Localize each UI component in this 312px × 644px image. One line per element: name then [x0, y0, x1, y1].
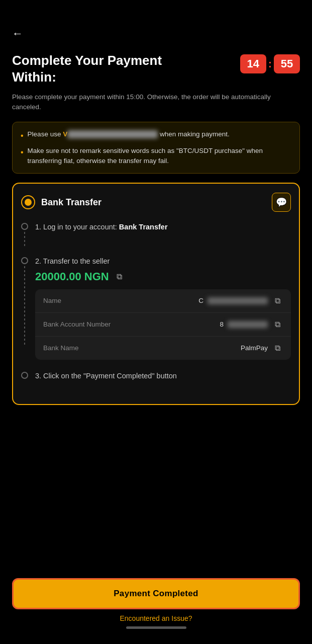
info-value-name-blurred	[207, 297, 268, 304]
info-label-name: Name	[43, 297, 61, 304]
step-1-text: 1. Log in to your account: Bank Transfer	[35, 222, 291, 233]
account-copy-icon[interactable]: ⧉	[272, 319, 283, 330]
step-2-text: 2. Transfer to the seller	[35, 256, 291, 267]
payment-completed-button[interactable]: Payment Completed	[12, 578, 300, 609]
chat-icon: 💬	[276, 197, 287, 208]
info-value-group-account: 8 ⧉	[220, 319, 283, 330]
steps-container: 1. Log in to your account: Bank Transfer…	[21, 222, 291, 384]
step-1: 1. Log in to your account: Bank Transfer	[21, 222, 291, 247]
home-indicator	[126, 626, 186, 629]
step-3-indicator	[21, 372, 28, 379]
timer-seconds: 55	[274, 54, 300, 73]
step-2-indicator	[21, 257, 28, 347]
info-label-bank: Bank Name	[43, 344, 79, 352]
info-value-group-name: C ⧉	[198, 295, 283, 306]
step-1-dot	[21, 223, 28, 230]
page-title: Complete Your Payment Within:	[12, 52, 240, 85]
header-row: Complete Your Payment Within: 14 : 55	[12, 52, 300, 85]
notice-item-2: • Make sure not to remark sensitive word…	[21, 146, 291, 167]
notice-box: • Please use V when making payment. • Ma…	[12, 122, 300, 174]
step-2-dot	[21, 257, 28, 264]
info-row-name: Name C ⧉	[35, 289, 291, 313]
info-value-group-bank: PalmPay ⧉	[241, 343, 283, 354]
info-value-bank: PalmPay	[241, 344, 268, 352]
info-value-account-blurred	[228, 321, 268, 328]
step-2-content: 2. Transfer to the seller 20000.00 NGN ⧉…	[35, 256, 291, 362]
notice-dot-2: •	[21, 146, 24, 158]
issue-link[interactable]: Encountered an Issue?	[12, 614, 300, 622]
step-3-text: 3. Click on the "Payment Completed" butt…	[35, 371, 291, 382]
step-1-content: 1. Log in to your account: Bank Transfer	[35, 222, 291, 238]
radio-inner	[25, 199, 32, 206]
notice-item-1: • Please use V when making payment.	[21, 129, 291, 142]
card-header-left: Bank Transfer	[21, 195, 101, 209]
subtitle-text: Please complete your payment within 15:0…	[12, 92, 300, 113]
payment-card: Bank Transfer 💬 1. Log in to your accoun…	[12, 183, 300, 405]
card-header: Bank Transfer 💬	[21, 193, 291, 212]
info-table: Name C ⧉ Bank Account Number 8	[35, 289, 291, 360]
name-copy-icon[interactable]: ⧉	[272, 295, 283, 306]
info-value-name-prefix: C	[198, 297, 203, 304]
step-2-line	[24, 266, 25, 347]
step-3-dot	[21, 372, 28, 379]
bank-copy-icon[interactable]: ⧉	[272, 343, 283, 354]
amount-row: 20000.00 NGN ⧉	[35, 270, 291, 283]
chat-button[interactable]: 💬	[272, 193, 291, 212]
radio-selected	[21, 195, 35, 209]
info-value-account-prefix: 8	[220, 320, 224, 328]
timer: 14 : 55	[240, 54, 300, 73]
timer-colon: :	[268, 57, 272, 70]
step-2: 2. Transfer to the seller 20000.00 NGN ⧉…	[21, 256, 291, 362]
step-1-line	[24, 232, 25, 247]
notice-dot-1: •	[21, 130, 24, 142]
info-row-bank: Bank Name PalmPay ⧉	[35, 337, 291, 360]
info-row-account: Bank Account Number 8 ⧉	[35, 313, 291, 337]
info-label-account: Bank Account Number	[43, 320, 111, 328]
timer-minutes: 14	[240, 54, 266, 73]
step-1-indicator	[21, 223, 28, 247]
step-3-content: 3. Click on the "Payment Completed" butt…	[35, 371, 291, 384]
step-3: 3. Click on the "Payment Completed" butt…	[21, 371, 291, 384]
amount-value: 20000.00 NGN	[35, 270, 109, 283]
back-button[interactable]: ←	[12, 25, 23, 42]
card-title: Bank Transfer	[41, 197, 101, 208]
notice-text-2: Make sure not to remark sensitive words …	[28, 146, 291, 167]
amount-copy-icon[interactable]: ⧉	[114, 271, 125, 282]
bottom-area: Payment Completed Encountered an Issue?	[0, 570, 312, 644]
notice-text-1: Please use V when making payment.	[28, 129, 230, 139]
